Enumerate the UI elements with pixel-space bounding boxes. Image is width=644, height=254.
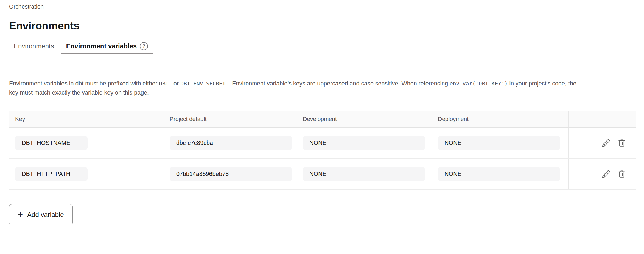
page-title: Environments xyxy=(9,20,644,32)
column-header-deployment: Deployment xyxy=(432,111,568,127)
add-variable-label: Add variable xyxy=(27,211,64,219)
row-actions xyxy=(568,128,636,158)
pencil-icon xyxy=(602,170,610,178)
deployment-field: NONE xyxy=(438,167,560,181)
tab-environments-label: Environments xyxy=(14,42,54,50)
env-var-table: Key Project default Development Deployme… xyxy=(9,111,636,190)
pencil-icon xyxy=(602,139,610,147)
breadcrumb: Orchestration xyxy=(0,0,644,10)
key-field: DBT_HTTP_PATH xyxy=(15,167,88,181)
tab-environments[interactable]: Environments xyxy=(9,40,59,54)
development-field: NONE xyxy=(303,136,425,150)
description-code: DBT_ xyxy=(159,81,172,87)
deployment-cell: NONE xyxy=(432,159,568,189)
table-header-row: Key Project default Development Deployme… xyxy=(9,111,636,128)
deployment-field: NONE xyxy=(438,136,560,150)
development-cell: NONE xyxy=(297,159,432,189)
tab-environment-variables[interactable]: Environment variables ? xyxy=(61,40,153,54)
development-cell: NONE xyxy=(297,128,432,158)
development-field: NONE xyxy=(303,167,425,181)
trash-icon xyxy=(618,170,626,178)
description-text: . Environment variable's keys are upperc… xyxy=(229,80,450,87)
column-header-project-default: Project default xyxy=(164,111,297,127)
description-code: env_var('DBT_KEY') xyxy=(450,81,508,87)
edit-button[interactable] xyxy=(602,170,610,178)
help-icon[interactable]: ? xyxy=(140,42,148,50)
add-variable-button[interactable]: + Add variable xyxy=(9,204,73,225)
edit-button[interactable] xyxy=(602,139,610,147)
tab-environment-variables-label: Environment variables xyxy=(66,42,137,50)
tab-bar: Environments Environment variables ? xyxy=(0,40,644,54)
column-header-development: Development xyxy=(297,111,432,127)
key-field: DBT_HOSTNAME xyxy=(15,136,88,150)
table-row: DBT_HTTP_PATH 07bb14a8596beb78 NONE NONE xyxy=(9,159,636,190)
description-text: or xyxy=(172,80,180,87)
delete-button[interactable] xyxy=(618,139,626,147)
description-code: DBT_ENV_SECRET_ xyxy=(180,81,229,87)
plus-icon: + xyxy=(18,210,23,219)
description: Environment variables in dbt must be pre… xyxy=(9,79,581,97)
project-default-cell: 07bb14a8596beb78 xyxy=(164,159,297,189)
project-default-field: 07bb14a8596beb78 xyxy=(170,167,292,181)
delete-button[interactable] xyxy=(618,170,626,178)
row-actions xyxy=(568,159,636,189)
column-header-key: Key xyxy=(9,111,164,127)
project-default-field: dbc-c7c89cba xyxy=(170,136,292,150)
deployment-cell: NONE xyxy=(432,128,568,158)
column-header-actions xyxy=(568,111,636,127)
key-cell: DBT_HOSTNAME xyxy=(9,128,164,158)
trash-icon xyxy=(618,139,626,147)
table-row: DBT_HOSTNAME dbc-c7c89cba NONE NONE xyxy=(9,128,636,159)
project-default-cell: dbc-c7c89cba xyxy=(164,128,297,158)
description-text: Environment variables in dbt must be pre… xyxy=(9,80,159,87)
key-cell: DBT_HTTP_PATH xyxy=(9,159,164,189)
